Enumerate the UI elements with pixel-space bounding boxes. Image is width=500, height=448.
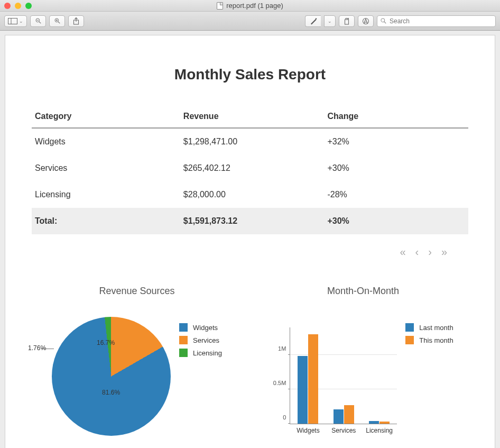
page-viewport: Monthly Sales Report Category Revenue Ch… bbox=[0, 31, 500, 448]
cell-revenue: $265,402.12 bbox=[180, 155, 325, 181]
table-row: Widgets $1,298,471.00 +32% bbox=[32, 128, 468, 155]
bar-this-month bbox=[308, 334, 318, 424]
table-total-row: Total: $1,591,873.12 +30% bbox=[32, 208, 468, 234]
cell-change: -28% bbox=[324, 181, 468, 208]
bar-group-services: Services bbox=[326, 327, 362, 424]
search-input[interactable] bbox=[390, 17, 492, 25]
sales-table: Category Revenue Change Widgets $1,298,4… bbox=[32, 106, 468, 234]
bar-group-widgets: Widgets bbox=[290, 327, 326, 424]
legend-swatch-icon bbox=[405, 323, 414, 332]
legend-swatch-icon bbox=[179, 349, 188, 357]
legend-label: Licensing bbox=[193, 349, 222, 357]
cell-change: +32% bbox=[324, 128, 468, 155]
total-revenue: $1,591,873.12 bbox=[180, 208, 325, 234]
svg-line-3 bbox=[39, 22, 41, 23]
bar-chart: 0 0.5M 1M Widgets bbox=[273, 317, 397, 436]
page-first-button[interactable]: « bbox=[400, 246, 405, 258]
table-header-row: Category Revenue Change bbox=[32, 106, 468, 128]
cell-revenue: $1,298,471.00 bbox=[180, 128, 325, 155]
total-label: Total: bbox=[32, 208, 180, 234]
window-titlebar: report.pdf (1 page) bbox=[0, 0, 500, 12]
bar-last-month bbox=[334, 409, 344, 424]
pie-chart-graphic bbox=[52, 317, 171, 436]
legend-label: This month bbox=[419, 336, 453, 344]
legend-item: Last month bbox=[405, 323, 453, 332]
share-button[interactable] bbox=[68, 15, 84, 27]
total-change: +30% bbox=[324, 208, 468, 234]
minimize-window-button[interactable] bbox=[15, 3, 21, 9]
document-page: Monthly Sales Report Category Revenue Ch… bbox=[5, 35, 495, 448]
svg-line-6 bbox=[58, 22, 60, 23]
pie-slice-label-widgets: 81.6% bbox=[102, 389, 120, 396]
pie-legend: Widgets Services Licensing bbox=[179, 323, 222, 357]
legend-swatch-icon bbox=[405, 336, 414, 344]
bar-last-month bbox=[298, 356, 308, 424]
legend-item: Licensing bbox=[179, 349, 222, 357]
col-header-category: Category bbox=[32, 106, 180, 128]
cell-category: Licensing bbox=[32, 181, 180, 208]
bar-group-licensing: Licensing bbox=[362, 327, 397, 424]
zoom-out-button[interactable] bbox=[30, 15, 46, 27]
window-title-text: report.pdf (1 page) bbox=[226, 2, 283, 10]
y-axis-label: 0.5M bbox=[273, 380, 286, 386]
page-prev-button[interactable]: ‹ bbox=[415, 246, 419, 258]
page-next-button[interactable]: › bbox=[428, 246, 432, 258]
legend-swatch-icon bbox=[179, 336, 188, 344]
table-row: Services $265,402.12 +30% bbox=[32, 155, 468, 181]
svg-line-14 bbox=[384, 22, 386, 23]
zoom-window-button[interactable] bbox=[25, 3, 32, 9]
bar-chart-title: Month-On-Month bbox=[327, 286, 399, 297]
toolbar: ⌄ ⌄ bbox=[0, 12, 500, 31]
search-field[interactable] bbox=[377, 15, 496, 27]
traffic-lights bbox=[4, 3, 32, 9]
cell-change: +30% bbox=[324, 155, 468, 181]
charts-row: Revenue Sources 81.6% 16.7% 1.76% Widget… bbox=[32, 286, 468, 436]
legend-label: Last month bbox=[419, 324, 453, 332]
bar-plot-area: 0 0.5M 1M Widgets bbox=[290, 327, 397, 424]
markup-button[interactable] bbox=[305, 15, 321, 27]
legend-item: This month bbox=[405, 336, 453, 344]
legend-swatch-icon bbox=[179, 323, 188, 332]
cell-revenue: $28,000.00 bbox=[180, 181, 325, 208]
window-title: report.pdf (1 page) bbox=[0, 2, 500, 10]
x-axis-label: Licensing bbox=[366, 427, 393, 434]
document-title: Monthly Sales Report bbox=[32, 66, 468, 83]
legend-label: Widgets bbox=[193, 324, 218, 332]
svg-point-13 bbox=[381, 19, 385, 22]
table-row: Licensing $28,000.00 -28% bbox=[32, 181, 468, 208]
markup-dropdown-button[interactable]: ⌄ bbox=[324, 15, 336, 27]
pie-slice-label-licensing: 1.76% bbox=[28, 344, 46, 352]
sidebar-toggle-button[interactable]: ⌄ bbox=[4, 15, 27, 27]
close-window-button[interactable] bbox=[4, 3, 11, 9]
pie-chart-title: Revenue Sources bbox=[99, 286, 174, 297]
x-axis-label: Services bbox=[331, 427, 356, 434]
svg-rect-11 bbox=[345, 20, 349, 24]
col-header-revenue: Revenue bbox=[180, 106, 325, 128]
bar-this-month bbox=[344, 405, 354, 424]
legend-item: Services bbox=[179, 336, 222, 344]
cell-category: Services bbox=[32, 155, 180, 181]
zoom-in-button[interactable] bbox=[49, 15, 65, 27]
bar-this-month bbox=[379, 422, 390, 424]
svg-rect-0 bbox=[8, 18, 17, 24]
bar-last-month bbox=[369, 421, 379, 424]
legend-label: Services bbox=[193, 336, 219, 344]
annotate-button[interactable] bbox=[358, 15, 374, 27]
bar-legend: Last month This month bbox=[405, 323, 453, 344]
x-axis-label: Widgets bbox=[297, 427, 319, 434]
table-pagination: « ‹ › » bbox=[32, 234, 468, 258]
page-last-button[interactable]: » bbox=[441, 246, 447, 258]
y-axis-label: 1M bbox=[278, 345, 286, 352]
pie-slice-label-services: 16.7% bbox=[97, 339, 115, 346]
pie-chart: 81.6% 16.7% 1.76% bbox=[52, 317, 171, 436]
pie-chart-block: Revenue Sources 81.6% 16.7% 1.76% Widget… bbox=[32, 286, 242, 436]
document-file-icon bbox=[217, 2, 223, 10]
legend-item: Widgets bbox=[179, 323, 222, 332]
cell-category: Widgets bbox=[32, 128, 180, 155]
rotate-button[interactable] bbox=[339, 15, 355, 27]
col-header-change: Change bbox=[324, 106, 468, 128]
y-axis-label: 0 bbox=[283, 414, 286, 420]
bar-chart-block: Month-On-Month 0 0.5M 1M bbox=[258, 286, 468, 436]
